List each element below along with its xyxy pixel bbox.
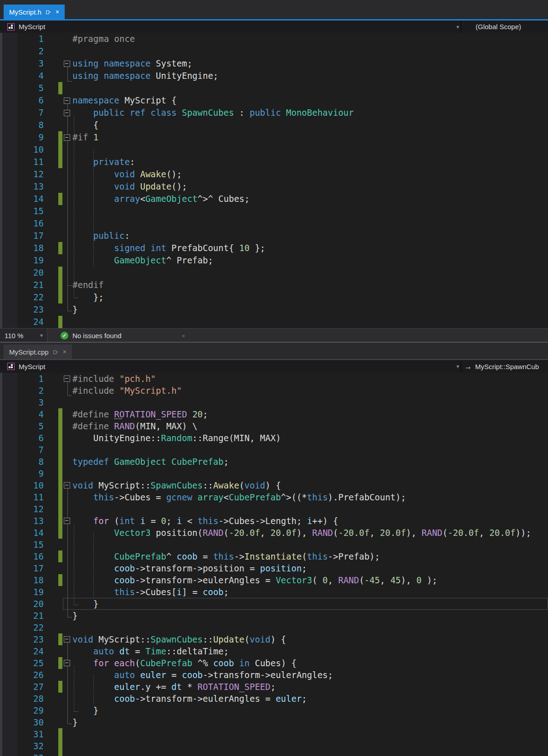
- selection-margin[interactable]: [44, 598, 58, 610]
- selection-margin[interactable]: [44, 180, 58, 193]
- glyph-margin[interactable]: [0, 156, 17, 168]
- pin-icon[interactable]: [46, 9, 51, 15]
- line-number[interactable]: 32: [17, 740, 44, 752]
- glyph-margin[interactable]: [0, 586, 17, 598]
- code-line[interactable]: 8 {: [0, 119, 548, 131]
- glyph-margin[interactable]: [0, 740, 17, 752]
- line-number[interactable]: 11: [17, 156, 44, 168]
- pin-icon[interactable]: [53, 349, 59, 355]
- glyph-margin[interactable]: [0, 385, 17, 396]
- zoom-level-select[interactable]: 110 % ▾: [0, 329, 47, 342]
- code-line[interactable]: 22: [0, 622, 548, 633]
- selection-margin[interactable]: [44, 373, 58, 385]
- selection-margin[interactable]: [44, 503, 58, 515]
- selection-margin[interactable]: [44, 70, 58, 82]
- code-line[interactable]: 15: [0, 539, 548, 550]
- glyph-margin[interactable]: [0, 107, 17, 119]
- selection-margin[interactable]: [44, 491, 58, 503]
- line-number[interactable]: 10: [17, 479, 44, 491]
- line-number[interactable]: 21: [17, 610, 44, 622]
- selection-margin[interactable]: [44, 267, 58, 279]
- fold-collapse-icon[interactable]: [64, 660, 70, 666]
- glyph-margin[interactable]: [0, 598, 17, 610]
- close-icon[interactable]: ×: [56, 9, 59, 15]
- line-number[interactable]: 24: [17, 645, 44, 657]
- code-line[interactable]: 28 coob->transform->eulerAngles = euler;: [0, 693, 548, 705]
- line-number[interactable]: 21: [17, 279, 44, 291]
- glyph-margin[interactable]: [0, 515, 17, 527]
- fold-collapse-icon[interactable]: [64, 482, 70, 489]
- code-line[interactable]: 27 euler.y += dt * ROTATION_SPEED;: [0, 681, 548, 693]
- glyph-margin[interactable]: [0, 503, 17, 515]
- glyph-margin[interactable]: [0, 622, 17, 633]
- glyph-margin[interactable]: [0, 70, 17, 82]
- line-number[interactable]: 17: [17, 562, 44, 574]
- code-line[interactable]: 15: [0, 205, 548, 217]
- glyph-margin[interactable]: [0, 396, 17, 408]
- line-number[interactable]: 4: [17, 70, 44, 82]
- code-line[interactable]: 9: [0, 468, 548, 479]
- glyph-margin[interactable]: [0, 562, 17, 574]
- tab-myscript-cpp[interactable]: MyScript.cpp ×: [4, 345, 72, 359]
- line-number[interactable]: 2: [17, 45, 44, 57]
- selection-margin[interactable]: [44, 156, 58, 168]
- selection-margin[interactable]: [44, 303, 58, 316]
- selection-margin[interactable]: [44, 645, 58, 657]
- code-line[interactable]: 6namespace MyScript {: [0, 94, 548, 107]
- line-number[interactable]: 12: [17, 503, 44, 515]
- glyph-margin[interactable]: [0, 242, 17, 254]
- line-number[interactable]: 9: [17, 468, 44, 479]
- glyph-margin[interactable]: [0, 574, 17, 586]
- selection-margin[interactable]: [44, 291, 58, 303]
- code-line[interactable]: 7: [0, 444, 548, 456]
- code-line[interactable]: 16: [0, 217, 548, 230]
- code-line[interactable]: 32: [0, 740, 548, 752]
- line-number[interactable]: 1: [17, 373, 44, 385]
- line-number[interactable]: 14: [17, 527, 44, 539]
- selection-margin[interactable]: [44, 420, 58, 432]
- glyph-margin[interactable]: [0, 291, 17, 303]
- line-number[interactable]: 23: [17, 633, 44, 645]
- line-number[interactable]: 2: [17, 385, 44, 396]
- selection-margin[interactable]: [44, 444, 58, 456]
- line-number[interactable]: 26: [17, 669, 44, 681]
- line-number[interactable]: 28: [17, 693, 44, 705]
- selection-margin[interactable]: [44, 432, 58, 444]
- glyph-margin[interactable]: [0, 491, 17, 503]
- glyph-margin[interactable]: [0, 193, 17, 205]
- line-number[interactable]: 6: [17, 432, 44, 444]
- code-line[interactable]: 21#endif: [0, 279, 548, 291]
- glyph-margin[interactable]: [0, 408, 17, 420]
- line-number[interactable]: 18: [17, 242, 44, 254]
- code-line[interactable]: 24 auto dt = Time::deltaTime;: [0, 645, 548, 657]
- glyph-margin[interactable]: [0, 456, 17, 468]
- line-number[interactable]: 4: [17, 408, 44, 420]
- selection-margin[interactable]: [44, 144, 58, 156]
- selection-margin[interactable]: [44, 586, 58, 598]
- glyph-margin[interactable]: [0, 633, 17, 645]
- selection-margin[interactable]: [44, 562, 58, 574]
- glyph-margin[interactable]: [0, 33, 17, 45]
- selection-margin[interactable]: [44, 515, 58, 527]
- line-number[interactable]: 33: [17, 752, 44, 756]
- fold-collapse-icon[interactable]: [64, 110, 70, 116]
- scope-dropdown-1[interactable]: (Global Scope): [462, 21, 548, 33]
- glyph-margin[interactable]: [0, 94, 17, 107]
- project-dropdown-2[interactable]: MyScript ▾: [0, 360, 467, 373]
- selection-margin[interactable]: [44, 669, 58, 681]
- selection-margin[interactable]: [44, 230, 58, 242]
- line-number[interactable]: 5: [17, 82, 44, 94]
- line-number[interactable]: 9: [17, 131, 44, 144]
- line-number[interactable]: 20: [17, 598, 44, 610]
- line-number[interactable]: 24: [17, 316, 44, 328]
- code-line[interactable]: 17 public:: [0, 230, 548, 242]
- code-line[interactable]: 10void MyScript::SpawnCubes::Awake(void)…: [0, 479, 548, 491]
- selection-margin[interactable]: [44, 168, 58, 180]
- glyph-margin[interactable]: [0, 205, 17, 217]
- glyph-margin[interactable]: [0, 468, 17, 479]
- line-number[interactable]: 7: [17, 107, 44, 119]
- line-number[interactable]: 29: [17, 705, 44, 716]
- glyph-margin[interactable]: [0, 645, 17, 657]
- code-line[interactable]: 21}: [0, 610, 548, 622]
- code-line[interactable]: 18 signed int PrefabCount{ 10 };: [0, 242, 548, 254]
